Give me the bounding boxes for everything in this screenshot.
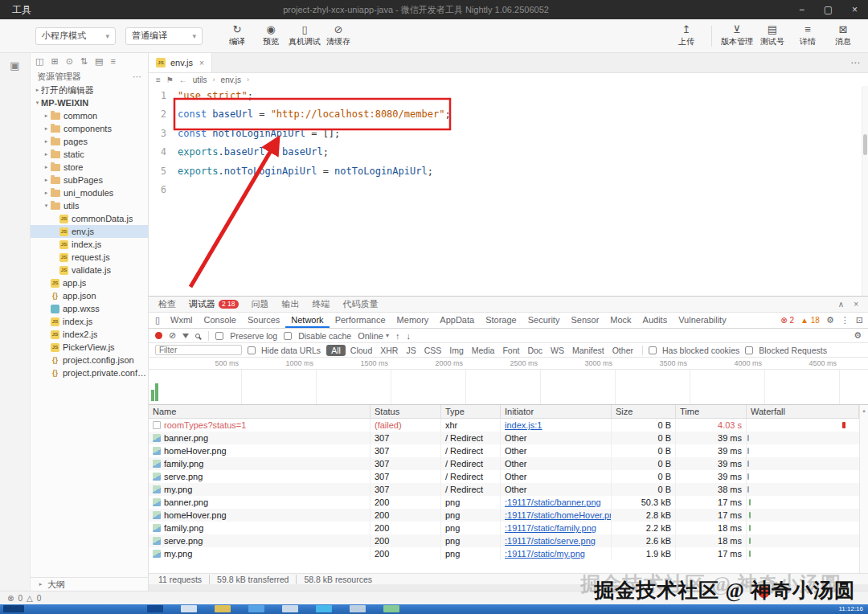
code-line-5[interactable]: 5exports.notToLoginApiUrl = notToLoginAp… <box>149 162 868 181</box>
tree-item-store[interactable]: ▸store <box>31 161 148 174</box>
bookmark-icon[interactable]: ⚑ <box>166 76 174 84</box>
taskbar-icon[interactable] <box>181 605 197 612</box>
devtools-tab-sources[interactable]: Sources <box>242 313 285 328</box>
close-button[interactable]: × <box>841 0 868 19</box>
initiator-link[interactable]: index.js:1 <box>501 419 612 432</box>
taskbar-icon[interactable] <box>383 605 399 612</box>
editor-scrollbar[interactable] <box>862 86 868 296</box>
import-har-icon[interactable]: ↑ <box>395 331 400 341</box>
filter-all[interactable]: All <box>326 345 346 356</box>
outline-section[interactable]: ▸ 大纲 <box>31 577 148 591</box>
code-line-6[interactable]: 6 <box>149 181 868 200</box>
tree-item-project.private.config.js...[interactable]: {}project.private.config.js... <box>31 366 148 379</box>
record-icon[interactable] <box>155 332 162 339</box>
panel-tab-terminal[interactable]: 终端 <box>313 298 330 310</box>
preserve-log-checkbox[interactable] <box>215 332 223 340</box>
export-har-icon[interactable]: ↓ <box>406 331 411 341</box>
filter-cloud[interactable]: Cloud <box>347 345 375 356</box>
test-account-button[interactable]: ▤测试号 <box>755 24 789 47</box>
filter-other[interactable]: Other <box>609 345 637 356</box>
tree-item-utils[interactable]: ▾utils <box>31 199 148 212</box>
windows-taskbar[interactable]: 11:12:16 <box>0 604 868 614</box>
filter-ws[interactable]: WS <box>547 345 567 356</box>
explorer-tool-icon-5[interactable]: ≡ <box>110 56 115 66</box>
details-button[interactable]: ≡详情 <box>791 24 825 47</box>
filter-doc[interactable]: Doc <box>524 345 546 356</box>
devtools-tab-storage[interactable]: Storage <box>480 313 522 328</box>
code-line-2[interactable]: 2const baseUrl = "http://localhost:8080/… <box>149 105 868 125</box>
panel-tab-inspect[interactable]: 检查 <box>158 298 176 310</box>
devtools-tab-mock[interactable]: Mock <box>604 313 637 328</box>
clear-icon[interactable]: ⊘ <box>169 330 176 341</box>
mp-weixin[interactable]: ▾MP-WEIXIN <box>31 96 148 109</box>
column-header-type[interactable]: Type <box>441 405 501 418</box>
network-request-row[interactable]: banner.png200png:19117/static/banner.png… <box>149 496 859 509</box>
tree-item-index.js[interactable]: JSindex.js <box>31 315 148 328</box>
tree-item-pages[interactable]: ▸pages <box>31 135 148 148</box>
close-tab-icon[interactable]: × <box>199 59 204 68</box>
clear-cache-button[interactable]: ⊘清缓存 <box>321 24 355 47</box>
devtools-tab-wxml[interactable]: Wxml <box>165 313 199 328</box>
column-header-size[interactable]: Size <box>612 405 676 418</box>
network-request-row[interactable]: roomTypes?status=1(failed)xhrindex.js:10… <box>149 419 859 432</box>
line-number[interactable]: 1 <box>149 90 178 101</box>
line-number[interactable]: 4 <box>149 146 178 158</box>
panel-tab-debugger[interactable]: 调试器2 18 <box>189 298 239 310</box>
tree-item-request.js[interactable]: JSrequest.js <box>31 251 148 264</box>
has-blocked-cookies-checkbox[interactable] <box>649 346 657 354</box>
device-debug-button[interactable]: ▯真机调试 <box>288 24 321 47</box>
network-settings-icon[interactable]: ⚙ <box>854 330 862 341</box>
console-errors-badge[interactable]: ⊗ 2 <box>780 316 794 325</box>
line-number[interactable]: 5 <box>149 166 178 177</box>
compile-mode-dropdown[interactable]: 普通编译 <box>125 27 203 45</box>
devtools-tab-console[interactable]: Console <box>199 313 242 328</box>
console-warnings-badge[interactable]: ▲ 18 <box>800 316 820 325</box>
tree-item-subpages[interactable]: ▸subPages <box>31 174 148 186</box>
network-request-row[interactable]: serve.png307/ RedirectOther0 B39 ms <box>149 470 859 483</box>
tree-item-index2.js[interactable]: JSindex2.js <box>31 328 148 341</box>
network-request-row[interactable]: homeHover.png200png:19117/static/homeHov… <box>149 509 859 522</box>
devtools-tab-audits[interactable]: Audits <box>637 313 674 328</box>
network-request-row[interactable]: homeHover.png307/ RedirectOther0 B39 ms <box>149 444 859 457</box>
explorer-tool-icon-1[interactable]: ⊞ <box>51 56 58 67</box>
disable-cache-checkbox[interactable] <box>284 332 292 340</box>
tree-item-common[interactable]: ▸common <box>31 109 148 122</box>
tree-item-validate.js[interactable]: JSvalidate.js <box>31 264 148 276</box>
tree-item-app.js[interactable]: JSapp.js <box>31 276 148 289</box>
more-actions-icon[interactable]: ⋯ <box>133 72 141 82</box>
panel-tab-code-quality[interactable]: 代码质量 <box>343 298 379 310</box>
code-line-1[interactable]: 1"use strict"; <box>149 86 868 105</box>
code-area[interactable]: 1"use strict";2const baseUrl = "http://l… <box>149 86 868 199</box>
breadcrumb-item[interactable]: env.js <box>221 76 241 84</box>
dock-side-icon[interactable]: ⊡ <box>856 315 863 325</box>
devtools-tab-network[interactable]: Network <box>285 313 329 328</box>
column-header-name[interactable]: Name <box>149 405 371 418</box>
tree-item-pickerview.js[interactable]: JSPickerView.js <box>31 341 148 354</box>
tree-item-env.js[interactable]: JSenv.js <box>31 225 148 238</box>
tree-item-app.json[interactable]: {}app.json <box>31 289 148 302</box>
initiator-link[interactable]: :19117/static/banner.png <box>501 496 612 509</box>
timeline-overview[interactable] <box>149 370 868 405</box>
initiator-link[interactable]: :19117/static/homeHover.png <box>501 509 612 522</box>
list-icon[interactable]: ≡ <box>156 76 161 84</box>
column-header-waterfall[interactable]: Waterfall <box>747 405 859 418</box>
search-icon[interactable] <box>195 334 200 338</box>
tree-item-index.js[interactable]: JSindex.js <box>31 238 148 251</box>
devtools-tab-security[interactable]: Security <box>522 313 566 328</box>
network-request-row[interactable]: family.png307/ RedirectOther0 B39 ms <box>149 457 859 470</box>
line-number[interactable]: 3 <box>149 128 178 139</box>
line-number[interactable]: 2 <box>149 108 178 120</box>
taskbar-icon[interactable] <box>215 605 231 612</box>
network-request-row[interactable]: banner.png307/ RedirectOther0 B39 ms <box>149 432 859 444</box>
network-request-row[interactable]: serve.png200png:19117/static/serve.png2.… <box>149 534 859 547</box>
menu-tools[interactable]: 工具 <box>0 0 43 19</box>
tab-env-js[interactable]: JS env.js × <box>149 53 212 72</box>
devtools-menu-icon[interactable]: ⋮ <box>841 315 850 325</box>
filter-manifest[interactable]: Manifest <box>569 345 608 356</box>
scroll-up-icon[interactable]: ▴ <box>862 407 866 573</box>
filter-funnel-icon[interactable] <box>182 334 189 338</box>
taskbar-icon[interactable] <box>3 605 24 612</box>
filter-css[interactable]: CSS <box>421 345 445 356</box>
taskbar-icon[interactable] <box>350 605 366 612</box>
explorer-tool-icon-2[interactable]: ⊙ <box>66 56 73 67</box>
